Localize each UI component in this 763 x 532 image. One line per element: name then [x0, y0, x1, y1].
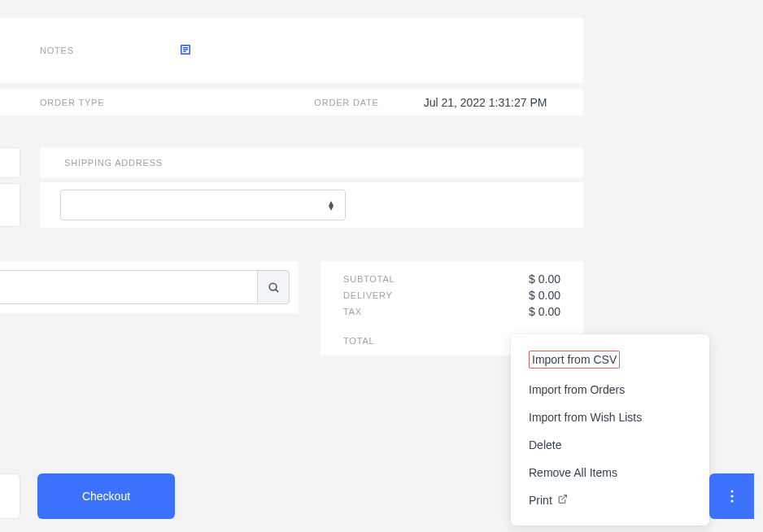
- order-date-label: ORDER DATE: [314, 98, 378, 107]
- search-button[interactable]: [257, 270, 290, 304]
- notes-panel: NOTES: [0, 18, 583, 83]
- notes-icon[interactable]: [180, 44, 191, 58]
- shipping-address-select[interactable]: ▴▾: [60, 190, 346, 220]
- more-actions-button[interactable]: [709, 473, 754, 519]
- svg-point-4: [269, 283, 277, 290]
- bottom-left-partial-button[interactable]: [0, 473, 20, 519]
- menu-item-print[interactable]: Print: [511, 486, 709, 514]
- external-link-icon: [557, 494, 568, 507]
- menu-item-print-label: Print: [529, 494, 552, 507]
- total-label: TOTAL: [343, 336, 374, 346]
- menu-item-import-orders-label: Import from Orders: [529, 383, 625, 396]
- search-icon: [268, 281, 280, 294]
- shipping-address-body: ▴▾: [40, 182, 583, 228]
- tax-row: TAX $ 0.00: [343, 305, 560, 318]
- subtotal-value: $ 0.00: [529, 273, 560, 286]
- search-panel: [0, 261, 299, 313]
- order-info-row: ORDER TYPE ORDER DATE Jul 21, 2022 1:31:…: [0, 89, 583, 116]
- delivery-row: DELIVERY $ 0.00: [343, 289, 560, 302]
- order-type-label: ORDER TYPE: [40, 98, 104, 107]
- svg-point-9: [730, 499, 733, 502]
- subtotal-label: SUBTOTAL: [343, 274, 395, 284]
- shipping-address-header: SHIPPING ADDRESS: [40, 147, 583, 178]
- menu-item-delete-label: Delete: [529, 438, 561, 451]
- menu-item-import-csv-label: Import from CSV: [529, 351, 620, 368]
- kebab-icon: [730, 490, 734, 503]
- notes-label: NOTES: [40, 46, 74, 55]
- svg-line-5: [275, 289, 277, 291]
- left-partial-panel-2: [0, 183, 20, 227]
- order-date-value: Jul 21, 2022 1:31:27 PM: [424, 96, 547, 109]
- shipping-address-label: SHIPPING ADDRESS: [64, 158, 163, 168]
- tax-value: $ 0.00: [529, 305, 560, 318]
- totals-panel: SUBTOTAL $ 0.00 DELIVERY $ 0.00 TAX $ 0.…: [320, 261, 583, 328]
- svg-line-6: [561, 495, 566, 500]
- menu-item-remove-all[interactable]: Remove All Items: [511, 459, 709, 486]
- menu-item-delete[interactable]: Delete: [511, 431, 709, 459]
- delivery-label: DELIVERY: [343, 290, 393, 300]
- checkout-button[interactable]: Checkout: [37, 473, 175, 519]
- checkout-button-label: Checkout: [82, 490, 130, 503]
- menu-item-import-wishlists-label: Import from Wish Lists: [529, 411, 642, 424]
- menu-item-remove-all-label: Remove All Items: [529, 466, 617, 479]
- select-sort-icon: ▴▾: [329, 200, 334, 210]
- svg-point-7: [730, 490, 733, 492]
- menu-item-import-orders[interactable]: Import from Orders: [511, 376, 709, 403]
- menu-item-import-csv[interactable]: Import from CSV: [511, 346, 709, 376]
- svg-point-8: [730, 495, 733, 497]
- tax-label: TAX: [343, 307, 362, 316]
- menu-item-import-wishlists[interactable]: Import from Wish Lists: [511, 403, 709, 431]
- left-partial-panel-1: [0, 147, 20, 178]
- search-input[interactable]: [0, 270, 257, 304]
- subtotal-row: SUBTOTAL $ 0.00: [343, 273, 560, 286]
- actions-menu: Import from CSV Import from Orders Impor…: [511, 334, 709, 525]
- delivery-value: $ 0.00: [529, 289, 560, 302]
